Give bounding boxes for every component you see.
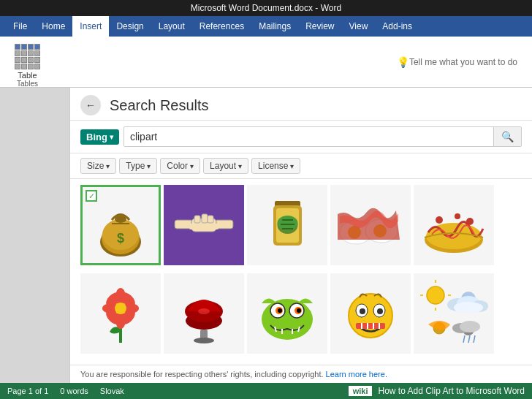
clipart-item-monster[interactable] [247,273,327,354]
tc [28,44,34,50]
learn-more-link[interactable]: Learn more here. [326,370,387,379]
filter-color-label: Color [167,161,188,171]
filter-type-button[interactable]: Type ▾ [119,158,157,174]
flower-svg [95,281,146,346]
tell-me-text[interactable]: Tell me what you want to do [409,57,517,67]
filter-size-label: Size [87,161,104,171]
tc [34,64,40,69]
svg-rect-12 [202,214,208,223]
eggs-svg [334,196,407,254]
tc [15,57,20,63]
tab-review[interactable]: Review [298,16,341,37]
status-bar: Page 1 of 1 0 words Slovak wiki How to A… [0,383,532,399]
title-bar: Microsoft Word Document.docx - Word [0,0,532,16]
filter-color-arrow-icon: ▾ [190,162,194,170]
search-input-wrap: 🔍 [123,126,522,147]
search-panel: ← Search Results Bing ▾ 🔍 Size ▾ Type ▾ [69,88,532,383]
svg-point-46 [198,308,210,314]
bing-logo-button[interactable]: Bing ▾ [80,129,119,145]
svg-point-45 [194,338,214,343]
tc [21,57,27,63]
filter-license-label: License [258,161,288,171]
back-button[interactable]: ← [80,95,101,115]
filter-type-arrow-icon: ▾ [147,162,151,170]
search-results-title: Search Results [110,97,209,114]
tc [28,64,34,69]
handshake-svg [171,198,237,253]
clipart-item-lamp[interactable] [164,273,244,354]
copyright-bar: You are responsible for respecting other… [70,365,532,383]
tc [28,50,34,56]
svg-rect-63 [356,323,385,329]
pasta-svg [417,192,490,258]
page-count: Page 1 of 1 [7,387,48,395]
tc [21,44,27,50]
tc [15,50,20,56]
clipart-item-weather[interactable] [414,273,494,354]
clipart-item-handshake[interactable] [164,185,244,265]
svg-line-84 [474,335,475,343]
clipart-item-flower[interactable] [80,273,161,354]
tab-references[interactable]: References [192,16,251,37]
word-count: 0 words [60,387,88,395]
face-svg [341,283,400,345]
filter-license-button[interactable]: License ▾ [251,158,300,174]
filter-size-arrow-icon: ▾ [106,162,110,170]
clipart-item-eggs-bacon[interactable] [330,185,411,265]
filter-layout-arrow-icon: ▾ [238,162,242,170]
tc [28,57,34,63]
tab-home[interactable]: Home [34,16,72,37]
svg-text:$: $ [117,231,124,246]
filter-color-button[interactable]: Color ▾ [160,158,200,174]
table-label[interactable]: Table [18,71,37,80]
tab-layout[interactable]: Layout [151,16,192,37]
clipart-item-jar[interactable] [247,185,327,265]
bing-bar: Bing ▾ 🔍 [70,121,532,153]
svg-rect-10 [210,224,218,229]
svg-point-61 [360,308,365,314]
tab-insert[interactable]: Insert [72,16,109,37]
svg-point-81 [460,321,480,332]
tc [34,57,40,63]
selection-checkbox: ✓ [86,190,97,202]
jar-svg [260,192,315,258]
svg-point-28 [436,216,443,224]
tc [21,50,27,56]
tc [21,64,27,69]
tab-file[interactable]: File [6,16,34,37]
tab-mailings[interactable]: Mailings [251,16,298,37]
language-indicator: Slovak [100,387,124,395]
filter-layout-label: Layout [210,161,236,171]
clipart-item-face[interactable] [330,273,411,354]
tab-design[interactable]: Design [109,16,151,37]
svg-point-41 [115,303,126,314]
svg-point-52 [278,308,282,313]
bing-chevron-icon: ▾ [110,133,113,141]
filter-layout-button[interactable]: Layout ▾ [203,158,248,174]
svg-line-83 [468,335,470,343]
tc [34,44,40,50]
search-submit-button[interactable]: 🔍 [493,127,521,146]
filter-size-button[interactable]: Size ▾ [80,158,116,174]
wiki-badge: wiki [349,386,373,396]
search-input[interactable] [124,128,493,145]
tab-view[interactable]: View [342,16,376,37]
clipart-item-moneybag[interactable]: ✓ $ [80,185,161,265]
status-right: wiki How to Add Clip Art to Microsoft Wo… [349,386,525,396]
bing-label: Bing [86,132,107,142]
ribbon-content: Table Tables 💡 Tell me what you want to … [0,37,532,88]
tab-addins[interactable]: Add-ins [375,16,419,37]
svg-point-53 [297,308,301,313]
svg-point-62 [377,308,383,314]
svg-line-82 [463,335,465,343]
tc [15,44,20,50]
svg-point-77 [454,302,483,314]
clipart-item-pasta[interactable] [414,185,494,265]
filter-bar: Size ▾ Type ▾ Color ▾ Layout ▾ License ▾ [70,153,532,179]
lamp-svg [178,281,229,346]
ribbon-tabs: File Home Insert Design Layout Reference… [0,16,532,37]
svg-point-68 [427,286,444,304]
filter-license-arrow-icon: ▾ [290,162,294,170]
doc-panel [0,88,69,383]
table-ribbon-group: Table Tables [6,39,49,92]
